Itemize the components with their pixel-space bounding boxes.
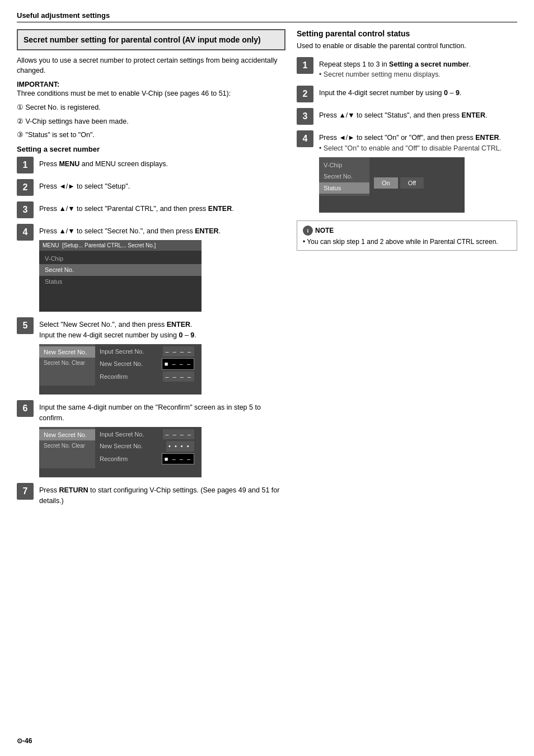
note-label: NOTE	[315, 227, 334, 234]
step-6-field-input-label: Input Secret No.	[100, 430, 144, 439]
step-5-field-new-value: ■ – – –	[162, 358, 194, 370]
step-5-row: 5 Select "New Secret No.", and then pres…	[17, 317, 285, 395]
page-title: Useful adjustment settings	[17, 11, 517, 22]
step-1-row: 1 Press MENU and MENU screen displays.	[17, 157, 285, 173]
right-step-4-content: Press ◄/► to select "On" or "Off", and t…	[319, 130, 517, 213]
right-step-2-row: 2 Input the 4-digit secret number by usi…	[297, 86, 517, 102]
menu-item-secretno: Secret No.	[39, 264, 202, 276]
step-6-field-reconfirm-value: ■ – – –	[162, 453, 194, 465]
right-menu-status: Status	[319, 182, 369, 194]
right-step-2-content: Input the 4-digit secret number by using…	[319, 86, 517, 98]
on-off-buttons: On Off	[374, 177, 457, 189]
note-header: NOTE	[303, 226, 511, 236]
step-6-field-reconfirm-label: Reconfirm	[100, 454, 128, 464]
step-2-num: 2	[17, 179, 34, 196]
off-button[interactable]: Off	[400, 177, 424, 189]
right-step-1-row: 1 Repeat steps 1 to 3 in Setting a secre…	[297, 57, 517, 81]
step-5-field-new: New Secret No. ■ – – –	[100, 358, 194, 370]
step-5-field-new-label: New Secret No.	[100, 359, 143, 369]
important-label: IMPORTANT:	[17, 81, 59, 88]
right-step-3-content: Press ▲/▼ to select "Status", and then p…	[319, 108, 517, 121]
step-6-field-new-value: • • • •	[166, 441, 194, 452]
right-step-2-num: 2	[297, 86, 313, 102]
note-text: • You can skip step 1 and 2 above while …	[303, 238, 511, 246]
step-5-item-clear: Secret No. Clear	[39, 358, 95, 368]
right-step-4-right: On Off	[369, 157, 462, 196]
left-column: Secret number setting for parental contr…	[17, 29, 285, 512]
step-1-num: 1	[17, 157, 34, 173]
step-3-num: 3	[17, 201, 34, 218]
footer-page: ⊙-46	[17, 737, 32, 745]
right-column: Setting parental control status Used to …	[297, 29, 517, 512]
step-7-content: Press RETURN to start configuring V-Chip…	[39, 483, 285, 506]
step-3-content: Press ▲/▼ to select "Parental CTRL", and…	[39, 201, 285, 214]
step-4-menu: MENU [Setup... Parental CTRL... Secret N…	[39, 240, 202, 312]
step-5-menu: New Secret No. Secret No. Clear Input Se…	[39, 344, 202, 395]
menu-header: MENU [Setup... Parental CTRL... Secret N…	[39, 240, 202, 251]
step-5-field-input-label: Input Secret No.	[100, 347, 144, 356]
menu-item-vchip: V-Chip	[39, 253, 202, 265]
step-6-field-reconfirm: Reconfirm ■ – – –	[100, 453, 194, 465]
step-6-item-clear: Secret No. Clear	[39, 440, 95, 451]
right-step-1-content: Repeat steps 1 to 3 in Setting a secret …	[319, 57, 517, 81]
step-2-content: Press ◄/► to select "Setup".	[39, 179, 285, 192]
step-5-field-reconfirm-label: Reconfirm	[100, 372, 128, 382]
important-text: Three conditions must be met to enable V…	[17, 88, 285, 99]
step-4-row: 4 Press ▲/▼ to select "Secret No.", and …	[17, 224, 285, 312]
step-3-row: 3 Press ▲/▼ to select "Parental CTRL", a…	[17, 201, 285, 218]
step-6-item-new: New Secret No.	[39, 429, 95, 441]
right-menu-vchip: V-Chip	[319, 159, 369, 171]
on-button[interactable]: On	[374, 177, 398, 189]
right-step-1-num: 1	[297, 57, 313, 74]
step-6-field-input-value: – – – –	[163, 429, 194, 440]
step-6-menu: New Secret No. Secret No. Clear Input Se…	[39, 427, 202, 478]
step-6-row: 6 Input the same 4-digit number on the "…	[17, 400, 285, 477]
right-step-4-left: V-Chip Secret No. Status	[319, 157, 369, 196]
menu-header-text: MENU [Setup... Parental CTRL... Secret N…	[43, 241, 156, 250]
subsection-title: Setting a secret number	[17, 145, 285, 153]
right-step-3-row: 3 Press ▲/▼ to select "Status", and then…	[297, 108, 517, 125]
note-box: NOTE • You can skip step 1 and 2 above w…	[297, 220, 517, 251]
section-intro: Allows you to use a secret number to pro…	[17, 56, 285, 76]
right-step-4-menu: V-Chip Secret No. Status On Off	[319, 157, 465, 213]
step-6-content: Input the same 4-digit number on the "Re…	[39, 400, 285, 477]
step-6-field-new: New Secret No. • • • •	[100, 441, 194, 452]
right-section-title: Setting parental control status	[297, 29, 517, 38]
important-block: IMPORTANT: Three conditions must be met …	[17, 80, 285, 140]
step-2-row: 2 Press ◄/► to select "Setup".	[17, 179, 285, 196]
section-box-left: Secret number setting for parental contr…	[17, 29, 285, 50]
right-step-4-num: 4	[297, 130, 313, 147]
step-6-left-menu: New Secret No. Secret No. Clear	[39, 427, 95, 469]
step-5-field-input-value: – – – –	[163, 346, 194, 357]
step-5-field-reconfirm-value: – – – –	[163, 372, 194, 382]
step-5-field-reconfirm: Reconfirm – – – –	[100, 372, 194, 382]
step-7-row: 7 Press RETURN to start configuring V-Ch…	[17, 483, 285, 506]
condition-1: ① Secret No. is registered.	[17, 102, 285, 113]
step-5-item-new: New Secret No.	[39, 346, 95, 358]
step-6-field-new-label: New Secret No.	[100, 442, 143, 451]
step-4-content: Press ▲/▼ to select "Secret No.", and th…	[39, 224, 285, 312]
right-step-3-num: 3	[297, 108, 313, 125]
section-box-title: Secret number setting for parental contr…	[24, 35, 279, 45]
step-5-content: Select "New Secret No.", and then press …	[39, 317, 285, 395]
step-6-field-input: Input Secret No. – – – –	[100, 429, 194, 440]
step-5-right-fields: Input Secret No. – – – – New Secret No. …	[95, 344, 199, 386]
menu-item-status: Status	[39, 276, 202, 288]
condition-3: ③ "Status" is set to "On".	[17, 130, 285, 140]
step-4-num: 4	[17, 224, 34, 241]
right-menu-secretno: Secret No.	[319, 171, 369, 182]
step-5-num: 5	[17, 317, 34, 334]
menu-body: V-Chip Secret No. Status	[39, 251, 202, 290]
right-step-4-row: 4 Press ◄/► to select "On" or "Off", and…	[297, 130, 517, 213]
step-1-content: Press MENU and MENU screen displays.	[39, 157, 285, 170]
right-intro: Used to enable or disable the parental c…	[297, 41, 517, 51]
step-6-num: 6	[17, 400, 34, 417]
condition-2: ② V-Chip settings have been made.	[17, 116, 285, 127]
step-5-field-input: Input Secret No. – – – –	[100, 346, 194, 357]
note-icon	[303, 226, 313, 236]
step-5-left-menu: New Secret No. Secret No. Clear	[39, 344, 95, 386]
step-7-num: 7	[17, 483, 34, 500]
step-6-right-fields: Input Secret No. – – – – New Secret No. …	[95, 427, 199, 469]
